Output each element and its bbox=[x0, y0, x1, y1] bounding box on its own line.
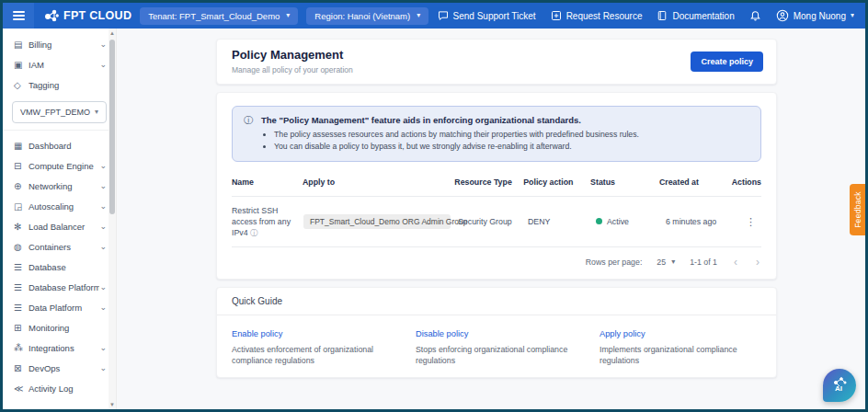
sidebar-item-label: Dashboard bbox=[29, 141, 107, 151]
book-icon bbox=[657, 10, 668, 21]
sidebar-item-devops[interactable]: ⊠ DevOps bbox=[3, 358, 116, 378]
send-support-ticket-link[interactable]: Send Support Ticket bbox=[438, 10, 536, 21]
documentation-link[interactable]: Documentation bbox=[657, 10, 734, 21]
chevron-down-icon bbox=[99, 201, 107, 211]
rows-per-page-select[interactable]: 25 bbox=[657, 258, 675, 267]
notification-bell-icon[interactable] bbox=[749, 10, 761, 22]
quick-guide-grid: Enable policy Activates enforcement of o… bbox=[217, 315, 776, 377]
tenant-select[interactable]: Tenant: FPT_Smart_Cloud_Demo bbox=[140, 7, 298, 25]
previous-page-button[interactable]: ‹ bbox=[732, 256, 739, 269]
alert-bullet: The policy assesses resources and action… bbox=[274, 129, 639, 141]
sidebar-item-database[interactable]: ☰ Database bbox=[3, 257, 116, 277]
integrations-icon: ⁂ bbox=[14, 343, 29, 353]
policy-name-cell: Restrict SSH access from any IPv4 bbox=[232, 205, 303, 238]
feedback-tab[interactable]: Feedback bbox=[850, 184, 865, 235]
monitoring-icon: ⊞ bbox=[14, 323, 29, 333]
resource-box-icon bbox=[551, 10, 562, 21]
policy-table: Name Apply to Resource Type Policy actio… bbox=[232, 167, 761, 247]
data-platform-icon: ☰ bbox=[14, 303, 29, 313]
sidebar-item-label: Networking bbox=[29, 181, 99, 191]
request-resource-label: Request Resource bbox=[566, 11, 643, 21]
sidebar-item-database-platform[interactable]: ☰ Database Platform bbox=[3, 277, 116, 297]
scroll-up-arrow-icon[interactable]: ▲ bbox=[108, 29, 116, 38]
sidebar-divider bbox=[3, 130, 116, 131]
status-badge: Active bbox=[607, 217, 629, 226]
sidebar-item-autoscaling[interactable]: ◲ Autoscaling bbox=[3, 196, 116, 216]
table-header-row: Name Apply to Resource Type Policy actio… bbox=[232, 167, 761, 197]
apply-policy-link[interactable]: Apply policy bbox=[600, 329, 645, 338]
scroll-down-arrow-icon[interactable]: ▼ bbox=[108, 400, 116, 409]
enable-policy-link[interactable]: Enable policy bbox=[232, 329, 282, 338]
sidebar-scrollbar[interactable]: ▲ ▼ bbox=[108, 29, 116, 409]
column-header-policy-action: Policy action bbox=[523, 177, 590, 187]
sidebar-item-activity-log[interactable]: ≪ Activity Log bbox=[3, 378, 116, 398]
iam-icon: ▣ bbox=[14, 60, 29, 70]
quick-guide-item: Apply policy Implements organizational c… bbox=[600, 324, 761, 366]
project-select[interactable]: VMW_FPT_DEMO bbox=[12, 101, 107, 123]
rows-per-page-label: Rows per page: bbox=[586, 258, 643, 267]
alert-bullet: You can disable a policy to bypass it, b… bbox=[274, 141, 639, 153]
alert-bullet-list: The policy assesses resources and action… bbox=[274, 129, 639, 153]
request-resource-link[interactable]: Request Resource bbox=[551, 10, 643, 21]
sidebar-item-label: Database bbox=[29, 262, 107, 272]
sidebar-item-label: Compute Engine bbox=[29, 161, 99, 171]
devops-icon: ⊠ bbox=[14, 363, 29, 373]
sidebar-item-label: Integrations bbox=[29, 343, 99, 353]
sidebar-item-label: Tagging bbox=[29, 80, 107, 90]
containers-icon: ◍ bbox=[14, 242, 29, 252]
database-platform-icon: ☰ bbox=[14, 282, 29, 292]
sidebar-item-containers[interactable]: ◍ Containers bbox=[3, 236, 116, 257]
info-icon bbox=[244, 114, 253, 153]
load-balancer-icon: ✻ bbox=[14, 222, 29, 232]
sidebar-item-compute-engine[interactable]: ⊟ Compute Engine bbox=[3, 155, 116, 176]
chevron-down-icon bbox=[99, 242, 107, 251]
sidebar-item-load-balancer[interactable]: ✻ Load Balancer bbox=[3, 216, 116, 236]
row-actions-kebab-icon[interactable] bbox=[740, 216, 761, 228]
pagination-range: 1-1 of 1 bbox=[690, 258, 717, 267]
user-menu[interactable]: Mong Nuong bbox=[776, 9, 854, 22]
chevron-down-icon bbox=[99, 161, 107, 170]
column-header-name: Name bbox=[232, 177, 303, 188]
ai-assistant-button[interactable]: AI bbox=[823, 369, 856, 402]
sidebar-item-dashboard[interactable]: ▦ Dashboard bbox=[3, 135, 116, 155]
chevron-down-icon bbox=[671, 258, 675, 266]
page-subtitle: Manage all policy of your operation bbox=[232, 65, 691, 74]
svg-text:AI: AI bbox=[835, 384, 842, 393]
project-select-value: VMW_FPT_DEMO bbox=[20, 108, 95, 117]
sidebar-item-iam[interactable]: ▣ IAM bbox=[3, 54, 116, 74]
region-select-label: Region: Hanoi (Vietnam) bbox=[314, 11, 410, 21]
molecule-icon bbox=[43, 8, 59, 24]
ai-molecule-icon: AI bbox=[829, 375, 850, 395]
chevron-down-icon bbox=[99, 363, 107, 372]
sidebar-item-label: IAM bbox=[29, 60, 99, 70]
chevron-down-icon bbox=[99, 40, 107, 49]
database-icon: ☰ bbox=[14, 262, 29, 272]
sidebar-item-billing[interactable]: ▤ Billing bbox=[3, 34, 116, 54]
sidebar: ▤ Billing ▣ IAM ◇ Tagging VMW_FPT_DEMO ▦… bbox=[3, 29, 117, 409]
sidebar-item-label: Activity Log bbox=[29, 383, 107, 394]
scrollbar-thumb[interactable] bbox=[109, 40, 115, 214]
sidebar-item-networking[interactable]: ⊕ Networking bbox=[3, 176, 116, 196]
next-page-button[interactable]: › bbox=[754, 256, 761, 269]
column-header-actions: Actions bbox=[732, 177, 761, 187]
create-policy-button[interactable]: Create policy bbox=[691, 52, 763, 72]
app-window: FPT CLOUD Tenant: FPT_Smart_Cloud_Demo R… bbox=[0, 0, 868, 412]
sidebar-item-tagging[interactable]: ◇ Tagging bbox=[3, 74, 116, 95]
table-row: Restrict SSH access from any IPv4 FPT_Sm… bbox=[232, 197, 761, 247]
sidebar-item-label: Load Balancer bbox=[29, 222, 99, 232]
policy-action-cell: DENY bbox=[528, 217, 596, 226]
disable-policy-link[interactable]: Disable policy bbox=[416, 329, 468, 338]
pagination: Rows per page: 25 1-1 of 1 ‹ › bbox=[217, 247, 776, 277]
sidebar-item-integrations[interactable]: ⁂ Integrations bbox=[3, 338, 116, 358]
sidebar-item-data-platform[interactable]: ☰ Data Platform bbox=[3, 297, 116, 317]
region-select[interactable]: Region: Hanoi (Vietnam) bbox=[306, 7, 428, 25]
alert-title: The "Policy Management" feature aids in … bbox=[261, 114, 639, 126]
column-header-status: Status bbox=[590, 177, 659, 187]
hamburger-menu-button[interactable] bbox=[3, 3, 34, 29]
chevron-down-icon bbox=[95, 109, 98, 116]
tenant-select-label: Tenant: FPT_Smart_Cloud_Demo bbox=[148, 11, 280, 21]
tag-icon: ◇ bbox=[14, 80, 29, 90]
info-icon[interactable] bbox=[250, 228, 258, 237]
sidebar-item-monitoring[interactable]: ⊞ Monitoring bbox=[3, 317, 116, 338]
top-bar: FPT CLOUD Tenant: FPT_Smart_Cloud_Demo R… bbox=[3, 3, 865, 29]
